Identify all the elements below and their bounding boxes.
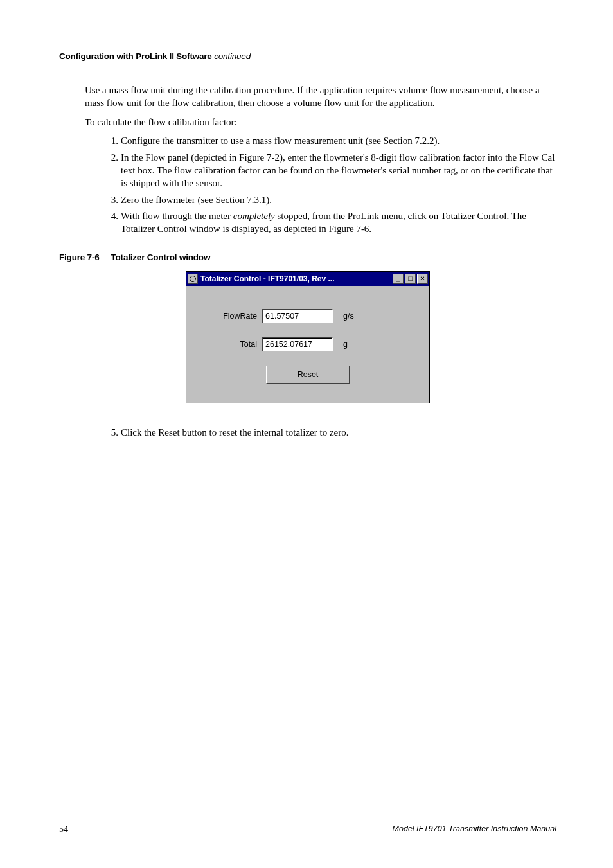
step-4-text-a: With flow through the meter [121, 211, 233, 221]
step-2: 2.In the Flow panel (depicted in Figure … [121, 152, 556, 190]
reset-button[interactable]: Reset [266, 366, 350, 384]
page-number: 54 [59, 824, 68, 835]
system-menu-icon[interactable] [188, 274, 198, 284]
flowrate-unit: g/s [343, 312, 354, 321]
close-icon[interactable]: × [417, 274, 428, 284]
step-5: 5.Click the Reset button to reset the in… [121, 427, 556, 439]
step-4-text-b: completely [233, 211, 275, 221]
figure-title: Totalizer Control window [111, 252, 211, 262]
step-2-text: In the Flow panel (depicted in Figure 7-… [121, 152, 555, 188]
step-1-text: Configure the transmitter to use a mass … [121, 136, 440, 146]
step-1: 1.Configure the transmitter to use a mas… [121, 135, 556, 148]
maximize-icon[interactable]: □ [405, 274, 416, 284]
figure-caption: Figure 7-6Totalizer Control window [59, 252, 556, 262]
running-header: Configuration with ProLink II Software c… [59, 51, 556, 61]
step-5-number: 5. [105, 427, 118, 439]
total-label: Total [198, 340, 262, 349]
step-3-text: Zero the flowmeter (see Section 7.3.1). [121, 195, 272, 205]
step-3-number: 3. [105, 194, 118, 207]
flowrate-label: FlowRate [198, 312, 262, 321]
total-input[interactable] [262, 337, 333, 351]
step-4-number: 4. [105, 210, 118, 223]
paragraph-lead: To calculate the flow calibration factor… [85, 116, 556, 129]
step-5-text: Click the Reset button to reset the inte… [121, 427, 348, 438]
step-3: 3.Zero the flowmeter (see Section 7.3.1)… [121, 194, 556, 207]
header-title: Configuration with ProLink II Software [59, 51, 212, 61]
flowrate-row: FlowRate g/s [198, 309, 418, 323]
window-body: FlowRate g/s Total g Reset [186, 286, 429, 403]
totalizer-window: Totalizer Control - IFT9701/03, Rev ... … [186, 271, 430, 403]
flowrate-input[interactable] [262, 309, 333, 323]
header-continued: continued [212, 51, 251, 61]
minimize-icon[interactable]: _ [393, 274, 404, 284]
total-row: Total g [198, 337, 418, 351]
page-footer: 54 Model IFT9701 Transmitter Instruction… [59, 824, 556, 835]
total-unit: g [343, 340, 348, 349]
window-titlebar[interactable]: Totalizer Control - IFT9701/03, Rev ... … [186, 272, 429, 286]
manual-title: Model IFT9701 Transmitter Instruction Ma… [393, 824, 556, 835]
figure-number: Figure 7-6 [59, 252, 100, 262]
step-4: 4.With flow through the meter completely… [121, 210, 556, 236]
window-title: Totalizer Control - IFT9701/03, Rev ... [200, 274, 393, 283]
step-1-number: 1. [105, 135, 118, 148]
paragraph-intro: Use a mass flow unit during the calibrat… [85, 84, 556, 110]
step-2-number: 2. [105, 152, 118, 164]
